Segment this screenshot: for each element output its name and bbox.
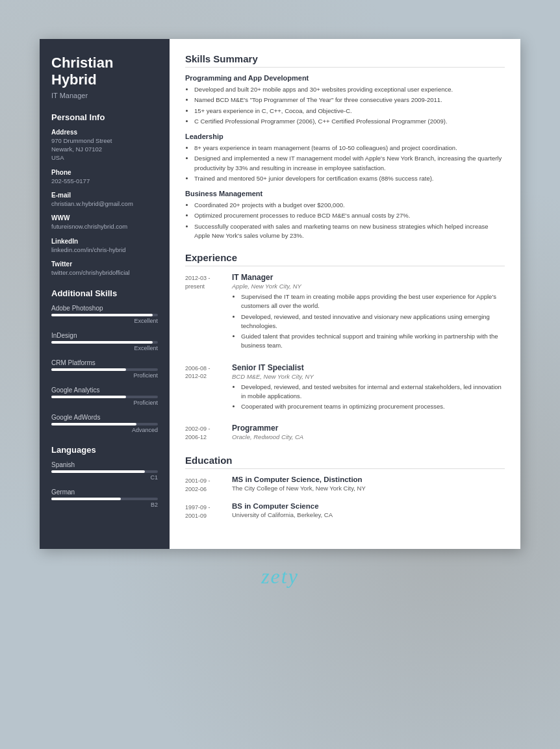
personal-info-section: Address970 Drummond Street Newark, NJ 07… <box>51 129 158 277</box>
experience-entry: 2006-08 - 2012-02Senior IT SpecialistBCD… <box>185 363 505 415</box>
skill-name: Adobe Photoshop <box>51 305 158 312</box>
language-name: Spanish <box>51 461 158 468</box>
list-item: 8+ years experience in team management (… <box>194 144 505 153</box>
skills-bullet-list: 8+ years experience in team management (… <box>185 144 505 183</box>
personal-info-value: 202-555-0177 <box>51 177 158 185</box>
experience-job-title: Senior IT Specialist <box>232 363 505 372</box>
personal-info-value: twitter.com/chrishybridofficial <box>51 268 158 277</box>
skill-bar-bg <box>51 396 158 398</box>
language-bar-bg <box>51 470 158 473</box>
education-dates: 2001-09 - 2002-06 <box>185 476 225 493</box>
experience-job-title: IT Manager <box>232 273 505 282</box>
list-item: 15+ years experience in C, C++, Cocoa, a… <box>194 107 505 116</box>
languages-heading: Languages <box>51 445 158 455</box>
experience-bullet-list: Supervised the IT team in creating mobil… <box>232 292 505 351</box>
experience-dates: 2012-03 - present <box>185 273 225 354</box>
education-degree: BS in Computer Science <box>232 502 505 510</box>
skill-bar-bg <box>51 341 158 344</box>
education-school: University of California, Berkeley, CA <box>232 511 505 518</box>
experience-heading: Experience <box>185 252 505 266</box>
skill-item: Adobe PhotoshopExcellent <box>51 305 158 324</box>
personal-info-item: Twittertwitter.com/chrishybridofficial <box>51 260 158 277</box>
skills-summary-section: Programming and App DevelopmentDeveloped… <box>185 74 505 240</box>
education-entry: 2001-09 - 2002-06MS in Computer Science,… <box>185 476 505 493</box>
candidate-job-title: IT Manager <box>51 92 158 99</box>
language-item: GermanB2 <box>51 489 158 508</box>
skill-bar-bg <box>51 423 158 425</box>
skill-level: Proficient <box>51 372 158 379</box>
experience-company: Apple, New York City, NY <box>232 283 505 290</box>
skill-item: Google AdWordsAdvanced <box>51 414 158 433</box>
education-entry: 1997-09 - 2001-09BS in Computer ScienceU… <box>185 502 505 520</box>
language-level: B2 <box>51 501 158 508</box>
experience-company: BCD M&E, New York City, NY <box>232 373 505 380</box>
skill-name: Google Analytics <box>51 387 158 394</box>
experience-entry: 2002-09 - 2006-12ProgrammerOracle, Redwo… <box>185 424 505 443</box>
language-bar-fill <box>51 470 145 473</box>
candidate-name: Christian Hybrid <box>51 55 158 89</box>
list-item: Successfully cooperated with sales and m… <box>194 222 505 241</box>
skill-name: CRM Platforms <box>51 359 158 366</box>
skills-bullet-list: Developed and built 20+ mobile apps and … <box>185 85 505 126</box>
sidebar: Christian Hybrid IT Manager Personal Inf… <box>40 39 170 549</box>
personal-info-label: LinkedIn <box>51 238 158 245</box>
skill-item: CRM PlatformsProficient <box>51 359 158 379</box>
experience-dates: 2002-09 - 2006-12 <box>185 424 225 443</box>
skill-bar-fill <box>51 314 153 316</box>
skills-summary-heading: Skills Summary <box>185 53 505 68</box>
zety-branding: zety <box>261 565 299 589</box>
languages-section: SpanishC1GermanB2 <box>51 461 158 508</box>
experience-content: IT ManagerApple, New York City, NYSuperv… <box>232 273 505 354</box>
personal-info-value: 970 Drummond Street Newark, NJ 07102 USA <box>51 136 158 162</box>
skill-bar-fill <box>51 368 126 371</box>
list-item: Developed, reviewed, and tested websites… <box>241 383 505 401</box>
education-degree: MS in Computer Science, Distinction <box>232 476 505 483</box>
personal-info-label: WWW <box>51 214 158 222</box>
education-content: MS in Computer Science, DistinctionThe C… <box>232 476 505 493</box>
skills-subsection-title: Programming and App Development <box>185 74 505 82</box>
skill-bar-fill <box>51 396 126 398</box>
list-item: Developed, reviewed, and tested innovati… <box>241 312 505 331</box>
experience-company: Oracle, Redwood City, CA <box>232 433 505 440</box>
personal-info-item: Address970 Drummond Street Newark, NJ 07… <box>51 129 158 162</box>
personal-info-item: LinkedInlinkedin.com/in/chris-hybrid <box>51 238 158 254</box>
experience-content: Senior IT SpecialistBCD M&E, New York Ci… <box>232 363 505 415</box>
personal-info-value: christian.w.hybrid@gmail.com <box>51 199 158 208</box>
language-level: C1 <box>51 474 158 481</box>
experience-entry: 2012-03 - presentIT ManagerApple, New Yo… <box>185 273 505 354</box>
language-item: SpanishC1 <box>51 461 158 481</box>
personal-info-value: linkedin.com/in/chris-hybrid <box>51 246 158 254</box>
skill-name: InDesign <box>51 332 158 339</box>
personal-info-item: E-mailchristian.w.hybrid@gmail.com <box>51 192 158 208</box>
education-content: BS in Computer ScienceUniversity of Cali… <box>232 502 505 520</box>
skill-bar-bg <box>51 368 158 371</box>
list-item: Optimized procurement processes to reduc… <box>194 211 505 220</box>
language-bar-bg <box>51 498 158 500</box>
skills-bullet-list: Coordinated 20+ projects with a budget o… <box>185 201 505 240</box>
education-heading: Education <box>185 455 505 469</box>
resume-document: Christian Hybrid IT Manager Personal Inf… <box>40 39 520 549</box>
education-school: The City College of New York, New York C… <box>232 485 505 492</box>
personal-info-value: futureisnow.chrishybrid.com <box>51 222 158 231</box>
language-name: German <box>51 489 158 496</box>
experience-section: 2012-03 - presentIT ManagerApple, New Yo… <box>185 273 505 443</box>
skill-level: Proficient <box>51 400 158 406</box>
skill-bar-fill <box>51 341 153 344</box>
skill-name: Google AdWords <box>51 414 158 421</box>
list-item: Coordinated 20+ projects with a budget o… <box>194 201 505 210</box>
list-item: Guided talent that provides technical su… <box>241 332 505 351</box>
personal-info-item: Phone202-555-0177 <box>51 169 158 185</box>
skills-subsection-title: Business Management <box>185 190 505 197</box>
skill-bar-fill <box>51 423 136 425</box>
experience-content: ProgrammerOracle, Redwood City, CA <box>232 424 505 443</box>
additional-skills-heading: Additional Skills <box>51 288 158 298</box>
personal-info-label: Phone <box>51 169 158 176</box>
experience-dates: 2006-08 - 2012-02 <box>185 363 225 415</box>
list-item: Cooperated with procurement teams in opt… <box>241 402 505 411</box>
personal-info-label: Address <box>51 129 158 136</box>
skill-level: Excellent <box>51 318 158 324</box>
list-item: C Certified Professional Programmer (200… <box>194 117 505 126</box>
skills-subsection-title: Leadership <box>185 133 505 140</box>
main-content: Skills Summary Programming and App Devel… <box>170 39 520 549</box>
list-item: Developed and built 20+ mobile apps and … <box>194 85 505 94</box>
